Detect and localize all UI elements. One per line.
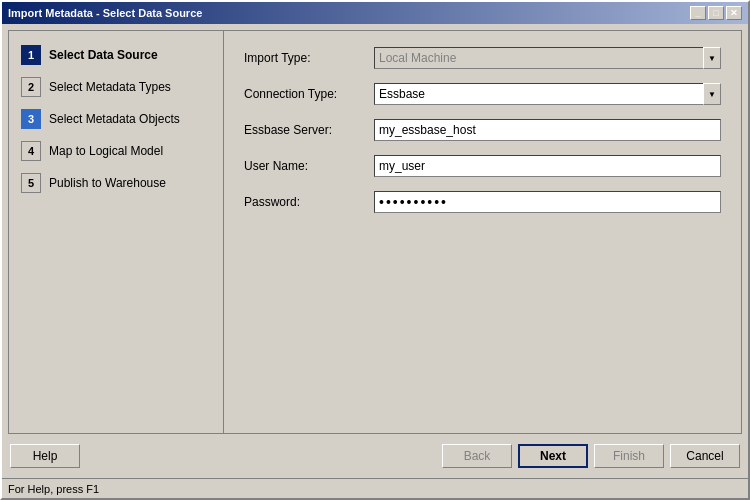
nav-buttons: Back Next Finish Cancel (442, 444, 740, 468)
connection-type-row: Connection Type: ▼ (244, 83, 721, 105)
sidebar: 1 Select Data Source 2 Select Metadata T… (9, 31, 224, 433)
main-area: 1 Select Data Source 2 Select Metadata T… (8, 30, 742, 434)
essbase-server-row: Essbase Server: (244, 119, 721, 141)
import-type-wrapper: ▼ (374, 47, 721, 69)
help-button[interactable]: Help (10, 444, 80, 468)
sidebar-item-map-to-logical-model[interactable]: 4 Map to Logical Model (17, 137, 215, 165)
status-bar: For Help, press F1 (2, 478, 748, 498)
import-type-row: Import Type: ▼ (244, 47, 721, 69)
step-label-4: Map to Logical Model (49, 144, 163, 158)
step-label-3: Select Metadata Objects (49, 112, 180, 126)
sidebar-item-select-metadata-types[interactable]: 2 Select Metadata Types (17, 73, 215, 101)
import-type-control: ▼ (374, 47, 721, 69)
main-window: Import Metadata - Select Data Source _ □… (0, 0, 750, 500)
import-type-input (374, 47, 721, 69)
connection-type-control: ▼ (374, 83, 721, 105)
step-number-2: 2 (21, 77, 41, 97)
step-number-1: 1 (21, 45, 41, 65)
window-controls: _ □ ✕ (690, 6, 742, 20)
password-row: Password: (244, 191, 721, 213)
user-name-input[interactable] (374, 155, 721, 177)
password-label: Password: (244, 195, 374, 209)
user-name-control (374, 155, 721, 177)
essbase-server-control (374, 119, 721, 141)
minimize-button[interactable]: _ (690, 6, 706, 20)
step-number-4: 4 (21, 141, 41, 161)
step-number-3: 3 (21, 109, 41, 129)
finish-button[interactable]: Finish (594, 444, 664, 468)
step-label-2: Select Metadata Types (49, 80, 171, 94)
sidebar-item-publish-to-warehouse[interactable]: 5 Publish to Warehouse (17, 169, 215, 197)
user-name-row: User Name: (244, 155, 721, 177)
button-row: Help Back Next Finish Cancel (8, 440, 742, 472)
close-button[interactable]: ✕ (726, 6, 742, 20)
user-name-label: User Name: (244, 159, 374, 173)
import-type-label: Import Type: (244, 51, 374, 65)
essbase-server-label: Essbase Server: (244, 123, 374, 137)
password-input[interactable] (374, 191, 721, 213)
window-content: 1 Select Data Source 2 Select Metadata T… (2, 24, 748, 478)
title-bar: Import Metadata - Select Data Source _ □… (2, 2, 748, 24)
step-label-1: Select Data Source (49, 48, 158, 62)
connection-type-input[interactable] (374, 83, 721, 105)
content-area: Import Type: ▼ Connection Type: (224, 31, 741, 433)
status-text: For Help, press F1 (8, 483, 99, 495)
connection-type-wrapper: ▼ (374, 83, 721, 105)
step-label-5: Publish to Warehouse (49, 176, 166, 190)
step-number-5: 5 (21, 173, 41, 193)
window-title: Import Metadata - Select Data Source (8, 7, 202, 19)
essbase-server-input[interactable] (374, 119, 721, 141)
sidebar-item-select-data-source[interactable]: 1 Select Data Source (17, 41, 215, 69)
back-button[interactable]: Back (442, 444, 512, 468)
next-button[interactable]: Next (518, 444, 588, 468)
cancel-button[interactable]: Cancel (670, 444, 740, 468)
password-control (374, 191, 721, 213)
sidebar-item-select-metadata-objects[interactable]: 3 Select Metadata Objects (17, 105, 215, 133)
maximize-button[interactable]: □ (708, 6, 724, 20)
connection-type-label: Connection Type: (244, 87, 374, 101)
